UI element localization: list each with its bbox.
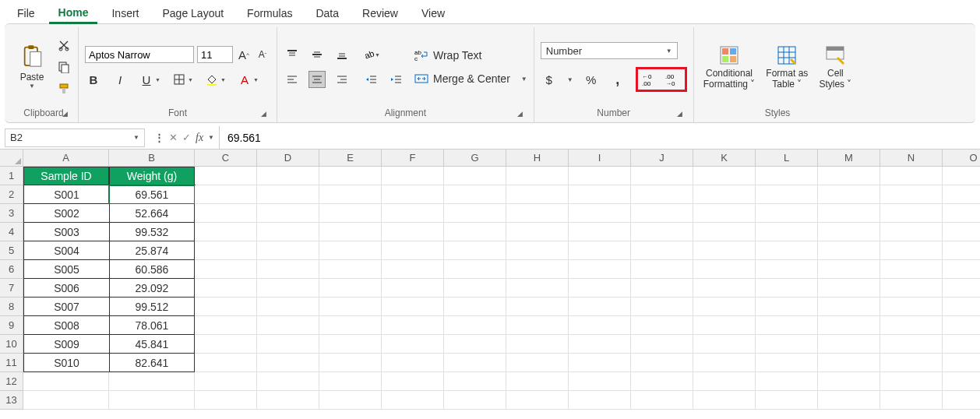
column-header-F[interactable]: F: [382, 150, 444, 167]
tab-data[interactable]: Data: [306, 4, 348, 23]
cell-A11[interactable]: S010: [23, 354, 109, 372]
cancel-formula-button[interactable]: ✕: [169, 132, 178, 143]
cell-D8[interactable]: [257, 298, 319, 316]
wrap-text-button[interactable]: abc Wrap Text: [414, 49, 527, 62]
cell-D3[interactable]: [257, 204, 319, 223]
cell-J12[interactable]: [631, 372, 693, 391]
cell-E10[interactable]: [319, 335, 382, 354]
italic-button[interactable]: I: [111, 71, 129, 88]
cell-O5[interactable]: [943, 241, 980, 260]
cell-C9[interactable]: [195, 316, 257, 335]
cell-G3[interactable]: [444, 204, 506, 223]
cell-H6[interactable]: [506, 260, 569, 279]
cell-O13[interactable]: [943, 391, 980, 410]
column-header-I[interactable]: I: [569, 150, 631, 167]
cell-F11[interactable]: [382, 354, 444, 372]
column-header-G[interactable]: G: [444, 150, 506, 167]
cell-J3[interactable]: [631, 204, 693, 223]
cell-C13[interactable]: [195, 391, 257, 410]
cell-B2[interactable]: 69.561: [109, 185, 195, 204]
cell-I1[interactable]: [569, 167, 631, 185]
cell-N4[interactable]: [880, 223, 943, 241]
cell-K11[interactable]: [693, 354, 756, 372]
cell-A12[interactable]: [23, 372, 109, 391]
row-header-6[interactable]: 6: [0, 260, 23, 279]
row-header-9[interactable]: 9: [0, 316, 23, 335]
increase-indent-button[interactable]: [388, 71, 405, 88]
cell-H13[interactable]: [506, 391, 569, 410]
column-header-K[interactable]: K: [693, 150, 756, 167]
cell-D7[interactable]: [257, 279, 319, 298]
cell-B9[interactable]: 78.061: [109, 316, 195, 335]
cell-C6[interactable]: [195, 260, 257, 279]
percent-button[interactable]: %: [583, 71, 600, 88]
cell-B7[interactable]: 29.092: [109, 279, 195, 298]
column-header-M[interactable]: M: [818, 150, 880, 167]
cell-D4[interactable]: [257, 223, 319, 241]
cell-J10[interactable]: [631, 335, 693, 354]
column-header-H[interactable]: H: [506, 150, 569, 167]
cell-D2[interactable]: [257, 185, 319, 204]
cell-D5[interactable]: [257, 241, 319, 260]
cell-C1[interactable]: [195, 167, 257, 185]
increase-font-button[interactable]: A^: [236, 47, 252, 62]
column-header-B[interactable]: B: [109, 150, 195, 167]
cell-I10[interactable]: [569, 335, 631, 354]
cell-L3[interactable]: [756, 204, 818, 223]
cell-N11[interactable]: [880, 354, 943, 372]
cell-F12[interactable]: [382, 372, 444, 391]
formula-input[interactable]: [220, 130, 980, 146]
column-header-J[interactable]: J: [631, 150, 693, 167]
cell-J6[interactable]: [631, 260, 693, 279]
cell-B11[interactable]: 82.641: [109, 354, 195, 372]
cell-F3[interactable]: [382, 204, 444, 223]
cell-A4[interactable]: S003: [23, 223, 109, 241]
cell-L6[interactable]: [756, 260, 818, 279]
row-header-7[interactable]: 7: [0, 279, 23, 298]
cell-D11[interactable]: [257, 354, 319, 372]
cell-I7[interactable]: [569, 279, 631, 298]
cell-K2[interactable]: [693, 185, 756, 204]
row-header-13[interactable]: 13: [0, 391, 23, 410]
cell-F13[interactable]: [382, 391, 444, 410]
cell-E1[interactable]: [319, 167, 382, 185]
cell-O2[interactable]: [943, 185, 980, 204]
tab-view[interactable]: View: [412, 4, 454, 23]
cell-G2[interactable]: [444, 185, 506, 204]
cell-F5[interactable]: [382, 241, 444, 260]
cell-M1[interactable]: [818, 167, 880, 185]
cell-C3[interactable]: [195, 204, 257, 223]
cell-J13[interactable]: [631, 391, 693, 410]
cell-H12[interactable]: [506, 372, 569, 391]
cell-M3[interactable]: [818, 204, 880, 223]
cell-D13[interactable]: [257, 391, 319, 410]
cell-G7[interactable]: [444, 279, 506, 298]
font-launcher[interactable]: ◢: [258, 108, 269, 119]
cell-K7[interactable]: [693, 279, 756, 298]
alignment-launcher[interactable]: ◢: [515, 108, 526, 119]
cell-O10[interactable]: [943, 335, 980, 354]
align-bottom-button[interactable]: [333, 46, 351, 63]
cell-L13[interactable]: [756, 391, 818, 410]
underline-button[interactable]: U▼: [138, 71, 155, 88]
decrease-decimal-button[interactable]: .00→0: [664, 71, 682, 88]
cell-H10[interactable]: [506, 335, 569, 354]
cell-L5[interactable]: [756, 241, 818, 260]
align-top-button[interactable]: [284, 46, 301, 63]
cell-D10[interactable]: [257, 335, 319, 354]
cell-E4[interactable]: [319, 223, 382, 241]
cell-M13[interactable]: [818, 391, 880, 410]
cell-B5[interactable]: 25.874: [109, 241, 195, 260]
cell-E13[interactable]: [319, 391, 382, 410]
cell-I4[interactable]: [569, 223, 631, 241]
cell-F6[interactable]: [382, 260, 444, 279]
cell-C11[interactable]: [195, 354, 257, 372]
font-size-select[interactable]: [197, 46, 233, 63]
column-header-D[interactable]: D: [257, 150, 319, 167]
cell-N6[interactable]: [880, 260, 943, 279]
cell-I2[interactable]: [569, 185, 631, 204]
cell-H11[interactable]: [506, 354, 569, 372]
cell-C10[interactable]: [195, 335, 257, 354]
cell-J5[interactable]: [631, 241, 693, 260]
clipboard-launcher[interactable]: ◢: [59, 108, 70, 119]
